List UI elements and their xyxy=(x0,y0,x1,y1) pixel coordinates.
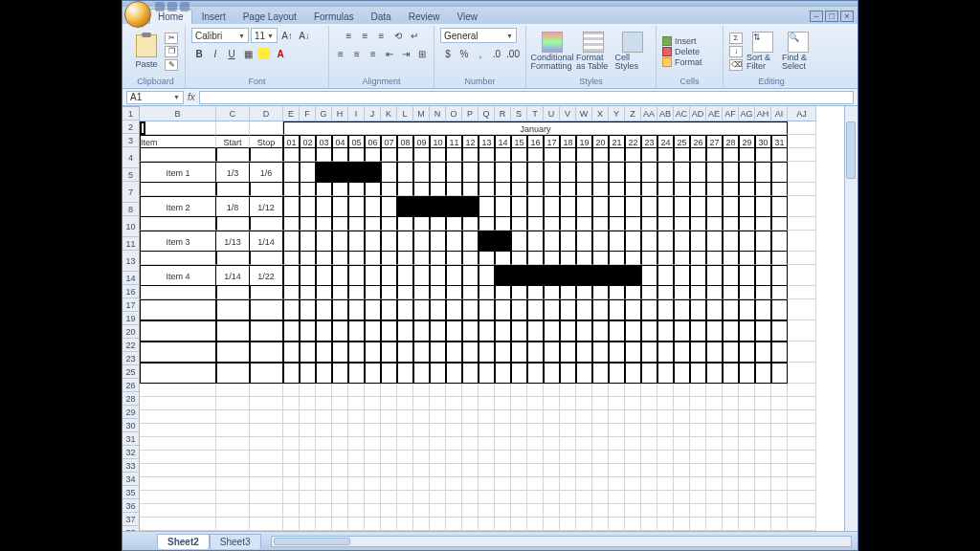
cell[interactable] xyxy=(592,451,609,464)
cell[interactable] xyxy=(723,217,739,231)
cell[interactable] xyxy=(283,363,300,384)
cell[interactable] xyxy=(332,504,348,518)
cell[interactable] xyxy=(462,397,479,410)
cell[interactable] xyxy=(397,252,413,265)
cell[interactable] xyxy=(283,217,300,231)
cell[interactable] xyxy=(625,217,641,231)
cell[interactable] xyxy=(430,342,446,363)
row-header[interactable]: 31 xyxy=(122,432,139,446)
cell[interactable] xyxy=(365,464,381,477)
cell[interactable] xyxy=(739,437,755,451)
cell[interactable] xyxy=(511,424,527,437)
cell[interactable] xyxy=(250,342,283,363)
cell[interactable] xyxy=(771,437,788,451)
column-header[interactable]: C xyxy=(216,106,250,121)
cell[interactable] xyxy=(690,162,706,183)
cell[interactable] xyxy=(397,320,413,342)
cell[interactable] xyxy=(479,196,495,217)
cell[interactable] xyxy=(544,504,560,518)
cell[interactable] xyxy=(348,363,365,384)
grid[interactable]: BCDEFGHIJKLMNOPQRSTUVWXYZAAABACADAEAFAGA… xyxy=(140,106,844,531)
cell[interactable] xyxy=(446,491,462,504)
column-header[interactable]: AG xyxy=(739,106,755,121)
cell[interactable] xyxy=(527,286,544,299)
fx-icon[interactable]: fx xyxy=(188,92,195,102)
cell[interactable] xyxy=(706,265,723,286)
cell[interactable]: 16 xyxy=(527,135,544,148)
cell[interactable] xyxy=(365,148,381,162)
cell[interactable] xyxy=(413,384,430,397)
cell[interactable] xyxy=(283,518,300,531)
cell[interactable] xyxy=(283,265,300,286)
column-header[interactable]: AA xyxy=(641,106,657,121)
cell[interactable] xyxy=(771,451,788,464)
cell[interactable] xyxy=(641,252,657,265)
font-color-button[interactable]: A xyxy=(273,46,288,61)
cell[interactable] xyxy=(755,384,771,397)
cell[interactable] xyxy=(397,451,413,464)
cell[interactable] xyxy=(739,217,755,231)
cell[interactable] xyxy=(560,162,576,183)
cell[interactable] xyxy=(381,342,397,363)
cell[interactable]: 02 xyxy=(300,135,316,148)
cell[interactable] xyxy=(592,231,609,252)
cell[interactable] xyxy=(216,424,250,437)
cell[interactable] xyxy=(511,148,527,162)
cell[interactable] xyxy=(316,363,332,384)
cell[interactable] xyxy=(365,424,381,437)
cell[interactable] xyxy=(739,299,755,320)
row-header[interactable]: 4 xyxy=(122,147,139,168)
row-header[interactable]: 38 xyxy=(122,526,139,531)
cell[interactable] xyxy=(527,491,544,504)
cell[interactable] xyxy=(609,363,625,384)
cell[interactable] xyxy=(755,464,771,477)
cell[interactable]: 21 xyxy=(609,135,625,148)
cell[interactable] xyxy=(755,320,771,342)
cell[interactable] xyxy=(446,477,462,491)
ribbon-tab-formulas[interactable]: Formulas xyxy=(306,10,362,24)
cell[interactable] xyxy=(397,196,413,217)
cell[interactable]: Item 2 xyxy=(140,196,216,217)
cell[interactable] xyxy=(140,320,216,342)
cell[interactable] xyxy=(527,183,544,196)
cell[interactable] xyxy=(739,148,755,162)
cell[interactable] xyxy=(723,342,739,363)
cell[interactable] xyxy=(462,363,479,384)
cell[interactable] xyxy=(365,397,381,410)
cell[interactable] xyxy=(527,342,544,363)
cell[interactable] xyxy=(283,196,300,217)
row-header[interactable]: 17 xyxy=(122,298,139,312)
cell[interactable] xyxy=(479,437,495,451)
cell[interactable] xyxy=(592,299,609,320)
cell[interactable] xyxy=(381,183,397,196)
cell[interactable] xyxy=(462,424,479,437)
cell[interactable]: 19 xyxy=(576,135,592,148)
cell[interactable] xyxy=(641,464,657,477)
cell[interactable] xyxy=(771,196,788,217)
cell[interactable] xyxy=(462,464,479,477)
cell[interactable] xyxy=(250,363,283,384)
cell[interactable] xyxy=(771,286,788,299)
cell[interactable] xyxy=(381,265,397,286)
cell[interactable] xyxy=(511,384,527,397)
cell[interactable] xyxy=(609,217,625,231)
cell[interactable] xyxy=(723,286,739,299)
cell[interactable] xyxy=(771,384,788,397)
cell[interactable] xyxy=(609,518,625,531)
cell[interactable] xyxy=(625,437,641,451)
cell[interactable] xyxy=(739,252,755,265)
cell[interactable]: 28 xyxy=(723,135,739,148)
cell[interactable] xyxy=(140,491,216,504)
cell[interactable] xyxy=(625,286,641,299)
cell[interactable] xyxy=(706,148,723,162)
cell[interactable] xyxy=(348,162,365,183)
paste-button[interactable]: Paste xyxy=(132,34,161,69)
cell[interactable] xyxy=(723,491,739,504)
cell[interactable] xyxy=(527,464,544,477)
cell[interactable] xyxy=(250,424,283,437)
cell[interactable] xyxy=(300,299,316,320)
cell[interactable] xyxy=(216,437,250,451)
cell[interactable] xyxy=(706,491,723,504)
cell[interactable] xyxy=(625,491,641,504)
cell[interactable] xyxy=(397,231,413,252)
